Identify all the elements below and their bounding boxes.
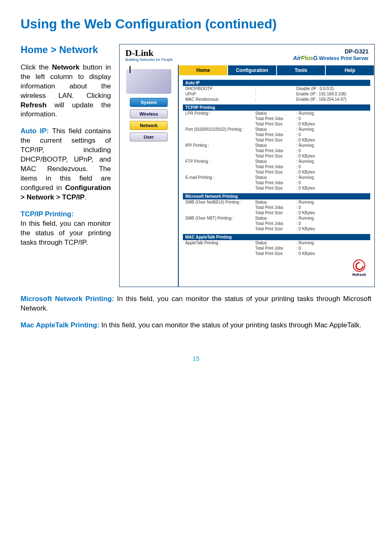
- auto-ip-label: Auto IP:: [21, 127, 49, 135]
- row-label: [185, 221, 255, 226]
- row-value: : Running: [296, 200, 370, 204]
- status-row: Total Print Size: 0 KBytes: [183, 169, 370, 175]
- bold-network: Network: [52, 63, 79, 71]
- ms-printing-label: Microsoft Network Printing:: [21, 295, 114, 303]
- tab-row: Home Configuration Tools Help: [179, 65, 374, 76]
- row-value: : Running: [296, 175, 370, 180]
- row-value: : 0: [296, 221, 370, 226]
- row-label: [185, 227, 255, 231]
- status-row: UPnP:Enable (IP : 192.168.0.106): [183, 91, 370, 97]
- status-row: Total Print Jobs: 0: [183, 246, 370, 251]
- section-auto-ip: Auto IP: [183, 80, 370, 86]
- row-label: IPP Printing :: [185, 143, 255, 148]
- tab-configuration[interactable]: Configuration: [228, 65, 277, 76]
- refresh-button[interactable]: Refresh: [352, 259, 366, 277]
- text: In this field, you can monitor the statu…: [21, 220, 111, 246]
- status-row: Total Print Jobs: 0: [183, 148, 370, 153]
- row-value: : 0: [296, 116, 370, 121]
- row-value: : Running: [296, 143, 370, 148]
- intro-paragraph: Click the Network button in the left col…: [21, 63, 111, 120]
- row-colon: :: [255, 92, 296, 96]
- section-mac: MAC AppleTalk Printing: [183, 234, 370, 240]
- status-row: Total Print Size: 0 KBytes: [183, 210, 370, 215]
- row-sublabel: Total Print Size: [255, 122, 296, 126]
- sidebar-item-system[interactable]: System: [130, 98, 168, 107]
- bold-refresh: Refresh: [21, 101, 46, 109]
- row-label: [185, 122, 255, 126]
- row-label: SMB (Over NBT) Printing :: [185, 216, 255, 220]
- status-row: Total Print Size: 0 KBytes: [183, 137, 370, 143]
- row-sublabel: Total Print Size: [255, 154, 296, 158]
- status-row: Total Print Jobs: 0: [183, 180, 370, 185]
- row-sublabel: Total Print Jobs: [255, 116, 296, 121]
- row-value: : 0: [296, 164, 370, 169]
- row-value: Enable (IP : 192.168.0.106): [296, 92, 370, 96]
- row-sublabel: Total Print Size: [255, 138, 296, 142]
- row-sublabel: Status: [255, 143, 296, 148]
- page-title: Using the Web Configuration (continued): [21, 16, 371, 32]
- row-label: FTP Printing :: [185, 159, 255, 164]
- text: .: [85, 193, 87, 201]
- left-column: Home > Network Click the Network button …: [21, 44, 111, 255]
- logo-text: D-Link: [125, 48, 153, 58]
- row-sublabel: Status: [255, 159, 296, 164]
- status-row: FTP Printing :Status: Running: [183, 159, 370, 164]
- ui-body: System Wireless Network User Home Config…: [120, 65, 374, 287]
- auto-ip-paragraph: Auto IP: This field contains the current…: [21, 127, 111, 202]
- refresh-label: Refresh: [352, 273, 366, 277]
- refresh-icon: [353, 259, 365, 272]
- row-sublabel: Status: [255, 111, 296, 116]
- airplus-line: AirPlusG Wireless Print Server: [177, 55, 369, 61]
- row-value: : 0 KBytes: [296, 154, 370, 158]
- plus-text: Plus: [301, 55, 314, 61]
- row-value: : Running: [296, 111, 370, 116]
- status-row: Total Print Size: 0 KBytes: [183, 153, 370, 159]
- row-sublabel: Status: [255, 200, 296, 204]
- row-label: [185, 164, 255, 169]
- model-number: DP-G321: [177, 48, 369, 55]
- status-row: IPP Printing :Status: Running: [183, 143, 370, 148]
- tab-tools[interactable]: Tools: [277, 65, 325, 76]
- row-value: : 0 KBytes: [296, 170, 370, 174]
- sidebar-item-wireless[interactable]: Wireless: [130, 109, 168, 118]
- sidebar-item-network[interactable]: Network: [130, 121, 168, 130]
- row-label: E-mail Printing :: [185, 175, 255, 180]
- text: This field contains the current settings…: [21, 127, 111, 192]
- row-label: [185, 132, 255, 137]
- tab-help[interactable]: Help: [325, 65, 374, 76]
- sidebar-item-user[interactable]: User: [130, 132, 168, 141]
- mac-printing-paragraph: Mac AppleTalk Printing: In this field, y…: [21, 321, 371, 330]
- product-title: DP-G321 AirPlusG Wireless Print Server: [177, 48, 369, 61]
- row-value: : 0: [296, 148, 370, 153]
- row-sublabel: Total Print Size: [255, 211, 296, 215]
- row-value: : Running: [296, 241, 370, 245]
- tcpip-printing-label: TCP/IP Printing:: [21, 210, 74, 218]
- row-label: AppleTalk Printing :: [185, 241, 255, 245]
- rest-text: Wireless Print Server: [318, 56, 369, 61]
- row-label: LPR Printing :: [185, 111, 255, 116]
- row-label: DHCP/BOOTP: [185, 86, 255, 91]
- row-value: : 0: [296, 246, 370, 250]
- row-sublabel: Total Print Size: [255, 186, 296, 190]
- row-value: Enable (IP : 169.254.14.97): [296, 97, 370, 102]
- row-sublabel: Total Print Jobs: [255, 205, 296, 210]
- row-value: : Running: [296, 127, 370, 132]
- row-label: UPnP: [185, 92, 255, 96]
- device-image: [126, 69, 171, 94]
- row-value: : 0 KBytes: [296, 122, 370, 126]
- row-value: : 0: [296, 205, 370, 210]
- row-label: [185, 138, 255, 142]
- status-row: Total Print Jobs: 0: [183, 205, 370, 210]
- air-text: Air: [293, 55, 301, 61]
- row-sublabel: Status: [255, 216, 296, 220]
- row-sublabel: Status: [255, 127, 296, 132]
- row-sublabel: Total Print Size: [255, 170, 296, 174]
- dlink-logo: D-Link Building Networks for People: [125, 48, 173, 62]
- row-sublabel: Total Print Size: [255, 227, 296, 231]
- text: In this field, you can monitor the statu…: [99, 321, 362, 329]
- logo-subtitle: Building Networks for People: [125, 58, 173, 62]
- status-panel: Auto IP DHCP/BOOTP:Disable (IP : 0.0.0.0…: [179, 76, 374, 287]
- row-label: [185, 154, 255, 158]
- status-row: LPR Printing :Status: Running: [183, 111, 370, 116]
- tab-home[interactable]: Home: [179, 65, 228, 76]
